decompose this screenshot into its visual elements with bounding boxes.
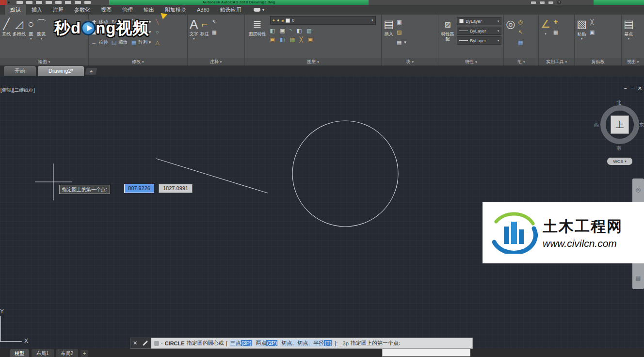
caret-down-icon[interactable]: ▾ [628, 36, 630, 41]
option-ttr[interactable]: 切点、切点、半径(T) [280, 340, 333, 347]
layer-tool-icon[interactable]: ╳ [300, 36, 303, 43]
line-button[interactable]: ╱ 直线 [2, 16, 11, 58]
match-properties-button[interactable]: ▨ 特性匹配 [440, 16, 455, 58]
explode-button[interactable]: △ [154, 38, 161, 46]
tab-a360[interactable]: A360 [192, 5, 215, 15]
tab-addins[interactable]: 附加模块 [160, 5, 192, 15]
block-create-button[interactable]: ▣ [396, 18, 406, 26]
base-view-button[interactable]: ▤ 基点 ▾ [624, 16, 634, 58]
viewport-controls[interactable]: [-][俯视][二维线框] [0, 87, 35, 94]
linetype-dropdown[interactable]: ByLayer ▾ [457, 27, 501, 35]
new-drawing-button[interactable]: + [85, 68, 97, 75]
layer-tool-icon[interactable]: ◧ [280, 36, 285, 43]
panel-utilities-footer[interactable]: 实用工具▾ [539, 58, 574, 65]
ungroup-button[interactable]: ◎ [517, 18, 524, 26]
layer-dropdown[interactable]: ● ● ■ 0 ▾ [270, 16, 376, 25]
erase-button[interactable]: ╲ [154, 18, 161, 26]
layer-on-icon[interactable]: ● [273, 18, 275, 23]
leader-button[interactable]: ↖ [211, 18, 218, 26]
minimize-icon[interactable]: − [624, 86, 627, 91]
save-icon[interactable] [36, 1, 42, 4]
panel-block-footer[interactable]: 块▾ [382, 58, 438, 65]
signin-icon[interactable] [540, 1, 545, 4]
layer-state-icon[interactable]: ◝ [290, 28, 291, 34]
ribbon-minimize-control[interactable]: ▾ [254, 5, 265, 15]
panel-draw-footer[interactable]: 绘图▾ [0, 58, 88, 65]
layer-state-icon[interactable]: ▧ [306, 28, 311, 34]
caret-down-icon[interactable]: ▾ [545, 32, 547, 36]
array-button[interactable]: ▦阵列▾ [130, 38, 151, 46]
full-nav-wheel-icon[interactable]: ◎ [636, 186, 641, 193]
group-selection-button[interactable]: ▦ [517, 38, 524, 46]
offset-button[interactable]: ○ [154, 28, 161, 36]
plot-icon[interactable] [55, 1, 62, 4]
tab-insert[interactable]: 插入 [26, 5, 48, 15]
panel-modify-footer[interactable]: 修改▾ [89, 58, 187, 65]
redo-icon[interactable] [75, 1, 81, 4]
layer-color-swatch[interactable] [286, 18, 290, 23]
layer-state-icon[interactable]: ◧ [297, 28, 302, 34]
caret-down-icon[interactable]: ▾ [30, 36, 32, 41]
customize-wrench-icon[interactable] [143, 341, 148, 346]
layer-properties-button[interactable]: ≣ 图层特性 [247, 16, 268, 58]
scale-button[interactable]: ◱缩放 [111, 38, 128, 46]
caret-down-icon[interactable]: ▾ [193, 36, 195, 41]
panel-annotate-footer[interactable]: 注释▾ [188, 58, 244, 65]
panel-properties-footer[interactable]: 特性▾ [438, 58, 503, 65]
caret-down-icon[interactable]: ▾ [41, 36, 43, 41]
group-button[interactable]: ◎ [506, 16, 515, 58]
layout-tab-model[interactable]: 模型 [10, 349, 29, 357]
tab-output[interactable]: 输出 [138, 5, 160, 15]
close-command-icon[interactable]: ✕ [133, 340, 137, 346]
compass-north[interactable]: 北 [616, 99, 621, 106]
copy-clip-button[interactable]: ▣ [589, 28, 596, 36]
panel-layers-footer[interactable]: 图层▾ [245, 58, 382, 65]
compass-east[interactable]: 东 [639, 122, 644, 129]
share-icon[interactable] [531, 1, 536, 4]
tab-manage[interactable]: 管理 [117, 5, 138, 15]
layer-state-icon[interactable]: ◧ [270, 28, 275, 34]
help-icon[interactable]: ? [557, 0, 561, 4]
insert-block-button[interactable]: ▤ 插入 [384, 16, 394, 58]
file-tab-start[interactable]: 开始 [4, 66, 36, 76]
saveas-icon[interactable] [46, 1, 52, 4]
close-icon[interactable]: ✕ [638, 86, 642, 91]
new-layout-button[interactable]: + [80, 350, 88, 357]
workspace-icon[interactable] [84, 1, 91, 4]
caret-down-icon[interactable]: ▾ [371, 18, 373, 22]
autocad-logo-icon[interactable] [0, 0, 7, 5]
layer-lock-icon[interactable]: ■ [281, 18, 284, 23]
compass-west[interactable]: 西 [594, 122, 599, 129]
app-menu-icon[interactable] [8, 1, 10, 3]
wcs-dropdown[interactable]: WCS ▾ [607, 158, 632, 165]
option-2p[interactable]: 两点(2P) [255, 340, 278, 347]
stretch-button[interactable]: ↔拉伸 [91, 38, 108, 46]
layer-tool-icon[interactable]: ▧ [290, 36, 294, 43]
quick-select-button[interactable]: ✚ [552, 18, 559, 26]
table-button[interactable]: ▦ [211, 28, 218, 36]
cut-button[interactable]: ╳ [589, 18, 596, 26]
file-tab-drawing2[interactable]: Drawing2* [38, 66, 84, 76]
tab-view[interactable]: 视图 [96, 5, 117, 15]
new-file-icon[interactable] [16, 1, 23, 4]
compass-south[interactable]: 南 [616, 145, 621, 152]
panel-groups-footer[interactable]: 组▾ [504, 58, 538, 65]
tab-annotate[interactable]: 注释 [48, 5, 69, 15]
polyline-button[interactable]: ◿ 多段线 [13, 16, 26, 58]
quick-calc-button[interactable]: ▦ [552, 28, 559, 36]
layer-tool-icon[interactable]: ▣ [307, 36, 312, 43]
showmotion-icon[interactable]: ▤ [635, 275, 641, 281]
block-attributes-button[interactable]: ▦▾ [396, 38, 406, 46]
object-color-dropdown[interactable]: ByLayer ▾ [457, 17, 501, 25]
dimension-button[interactable]: ⌐ 标注 [200, 16, 209, 58]
tab-default[interactable]: 默认 [5, 5, 26, 15]
caret-down-icon[interactable]: ▾ [581, 36, 583, 41]
arc-button[interactable]: ⌒ 圆弧 ▾ [36, 16, 47, 58]
measure-button[interactable]: ∠ ▾ [541, 16, 550, 58]
block-edit-button[interactable]: ▨ [396, 28, 406, 36]
panel-view-footer[interactable]: 视图▾ [622, 58, 644, 65]
tab-featured-apps[interactable]: 精选应用 [215, 5, 247, 15]
command-input[interactable]: · CIRCLE 指定圆的圆心或 [ 三点(3P) 两点(2P) 切点、切点、半… [151, 338, 473, 349]
recent-commands-icon[interactable] [154, 341, 159, 346]
dynamic-input-y-field[interactable]: 1827.0991 [159, 184, 193, 193]
